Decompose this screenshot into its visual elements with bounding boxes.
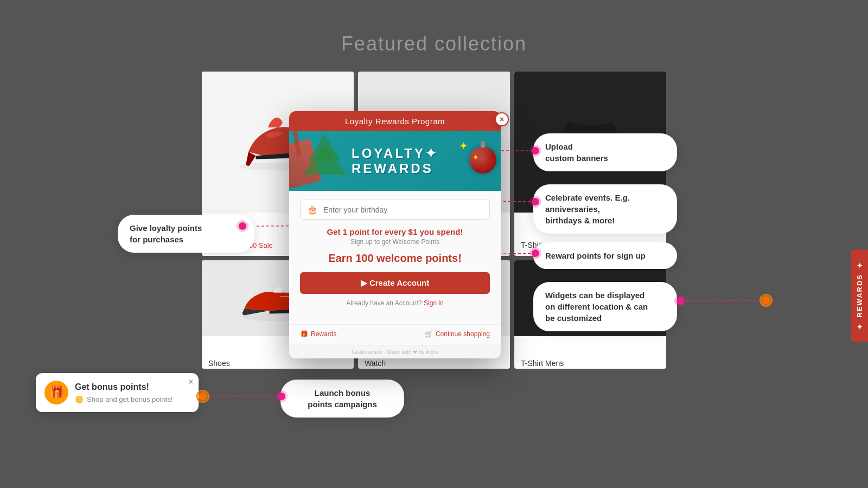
birthday-icon: 🎂 [307,204,318,215]
launch-bonus-dot [278,393,285,400]
gift-icon: 🎁 [44,381,68,404]
rewards-tab-dot [762,297,770,304]
continue-shopping-link[interactable]: 🛒 Continue shopping [425,330,490,338]
celebrate-events-text: Celebrate events. E.g. anniversaries, bi… [545,193,630,225]
celebrate-events-callout: Celebrate events. E.g. anniversaries, bi… [533,184,677,234]
bonus-popup-title: Get bonus points! [75,382,173,392]
launch-bonus-right-dot [276,390,288,402]
bonus-popup-content: 🎁 Get bonus points! 🪙 Shop and get bonus… [44,381,190,404]
widgets-dot [676,297,684,305]
bonus-left-dot [199,393,207,400]
modal-banner: LOYALTY✦ REWARDS ✦ ✦ [289,131,501,191]
earn-subtitle: Sign up to get Welcome Points [300,238,490,246]
widgets-text: Widgets can be displayed on different lo… [545,291,648,323]
earn-title: Get 1 point for every $1 you spend! [300,227,490,236]
modal-body: 🎂 Get 1 point for every $1 you spend! Si… [289,191,501,324]
create-account-button[interactable]: Create Account [300,272,490,294]
celebrate-dot [532,198,539,206]
celebrate-left-dot [529,196,541,208]
rewards-tab[interactable]: ✦ REWARDS ✦ [851,249,868,342]
rewards-footer-link[interactable]: 🎁 Rewards [300,330,336,338]
rewards-tab-label: REWARDS [856,274,864,317]
page-title: Featured collection [0,0,868,55]
upload-banners-dot [532,147,539,155]
banner-text: LOYALTY✦ REWARDS [352,146,438,176]
rewards-star-icon-2: ✦ [856,260,864,269]
tshirt-info-2: T-Shirt Mens [514,352,666,369]
give-loyalty-callout: Give loyalty points for purchases [118,215,254,253]
banner-star-2: ✦ [473,153,479,162]
modal-powered: Gratisfaction · Made with ❤ by Apps [289,345,501,358]
welcome-points: Earn 100 welcome points! [300,252,490,265]
card-icon: 🪙 [75,395,84,403]
rewards-star-icon: ✦ [856,322,864,331]
bonus-popup-close[interactable]: × [189,377,193,386]
upload-banners-text: Upload custom banners [545,142,608,163]
widgets-callout: Widgets can be displayed on different lo… [533,282,677,331]
bonus-popup: × 🎁 Get bonus points! 🪙 Shop and get bon… [36,373,199,412]
birthday-field[interactable]: 🎂 [300,200,490,220]
cart-icon: 🛒 [425,330,433,338]
launch-bonus-text: Launch bonus points campaigns [308,388,377,409]
modal-footer: 🎁 Rewards 🛒 Continue shopping [289,324,501,345]
upload-banners-callout: Upload custom banners [533,133,677,171]
reward-dot [532,249,539,257]
reward-points-callout: Reward points for sign up [533,242,677,269]
tshirt-name-2: T-Shirt Mens [521,359,660,368]
loyalty-modal: Loyalty Rewards Program LOYALTY✦ REWARDS… [289,111,501,358]
modal-header: Loyalty Rewards Program [289,111,501,131]
reward-left-dot [529,247,541,259]
watch-name: Watch [365,359,503,368]
sign-in-text: Already have an Account? Sign in [300,299,490,307]
sneaker-name: Shoes [208,359,347,368]
give-loyalty-dot [239,222,246,230]
bonus-popup-subtitle: 🪙 Shop and get bonus points! [75,395,173,403]
sign-in-link[interactable]: Sign in [424,299,444,307]
modal-close-button[interactable]: × [495,112,509,126]
upload-banners-left-dot [529,145,541,157]
birthday-input[interactable] [323,206,483,214]
give-loyalty-text: Give loyalty points for purchases [130,223,202,244]
reward-points-text: Reward points for sign up [545,251,646,260]
give-loyalty-left-dot [237,220,248,232]
earn-section: Get 1 point for every $1 you spend! Sign… [300,227,490,246]
launch-bonus-callout: Launch bonus points campaigns [280,380,404,418]
bonus-popup-text: Get bonus points! 🪙 Shop and get bonus p… [75,382,173,403]
rewards-icon: 🎁 [300,330,308,338]
widgets-left-dot [674,295,686,307]
